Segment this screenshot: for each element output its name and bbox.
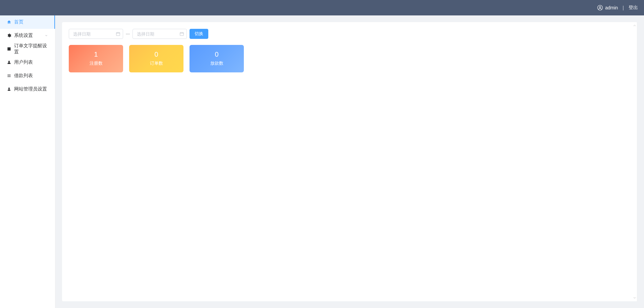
svg-rect-3 (180, 33, 184, 36)
calendar-icon (116, 32, 120, 36)
stat-card-register: 1 注册数 (69, 45, 123, 72)
date-range-separator: --- (126, 32, 130, 36)
header-right: admin | 登出 (597, 5, 638, 11)
sidebar-menu: 首页 系统设置 订单文字提醒设置 (0, 15, 55, 96)
scroll-down-icon (633, 297, 636, 301)
stat-label: 订单数 (150, 60, 163, 66)
sidebar-item-label: 用户列表 (14, 59, 48, 65)
list-icon (7, 73, 11, 78)
sidebar-item-label: 订单文字提醒设置 (14, 43, 48, 55)
header-divider: | (623, 5, 624, 10)
scroll-up-icon (633, 23, 636, 26)
svg-point-1 (599, 6, 601, 8)
stat-label: 放款数 (210, 60, 223, 66)
note-icon (7, 47, 11, 51)
svg-rect-2 (116, 33, 120, 36)
sidebar-item-order-reminder[interactable]: 订单文字提醒设置 (0, 42, 55, 56)
sidebar-item-label: 网站管理员设置 (14, 86, 48, 92)
end-date-input[interactable] (132, 29, 187, 39)
chevron-down-icon (44, 34, 48, 38)
stat-card-orders: 0 订单数 (129, 45, 183, 72)
toggle-button[interactable]: 切换 (190, 29, 208, 39)
end-date-input-wrap (132, 29, 187, 39)
person-icon (7, 87, 11, 91)
sidebar-item-user-list[interactable]: 用户列表 (0, 56, 55, 69)
logout-link[interactable]: 登出 (629, 5, 638, 11)
calendar-icon (179, 32, 184, 36)
sidebar-item-home[interactable]: 首页 (0, 15, 55, 29)
start-date-input[interactable] (69, 29, 123, 39)
stat-card-disburse: 0 放款数 (190, 45, 244, 72)
content-panel: --- 切换 1 注册数 0 (62, 22, 637, 301)
start-date-input-wrap (69, 29, 123, 39)
main-content: --- 切换 1 注册数 0 (55, 15, 644, 308)
home-icon (7, 20, 11, 24)
sidebar-item-loan-list[interactable]: 借款列表 (0, 69, 55, 82)
app-header: admin | 登出 (0, 0, 644, 15)
sidebar: 首页 系统设置 订单文字提醒设置 (0, 15, 55, 308)
gear-icon (7, 33, 11, 38)
sidebar-item-system-settings[interactable]: 系统设置 (0, 29, 55, 42)
stat-value: 1 (94, 51, 98, 58)
sidebar-item-label: 首页 (14, 19, 48, 25)
stat-value: 0 (154, 51, 158, 58)
scrollbar-track[interactable] (632, 22, 637, 301)
sidebar-item-label: 借款列表 (14, 73, 48, 79)
sidebar-item-label: 系统设置 (14, 33, 44, 39)
stat-cards: 1 注册数 0 订单数 0 放款数 (69, 45, 631, 72)
sidebar-item-admin-settings[interactable]: 网站管理员设置 (0, 82, 55, 96)
users-icon (7, 60, 11, 65)
date-filter-row: --- 切换 (69, 29, 631, 39)
username-label[interactable]: admin (605, 5, 618, 10)
user-avatar-icon (597, 5, 603, 11)
stat-value: 0 (215, 51, 218, 58)
stat-label: 注册数 (90, 60, 103, 66)
